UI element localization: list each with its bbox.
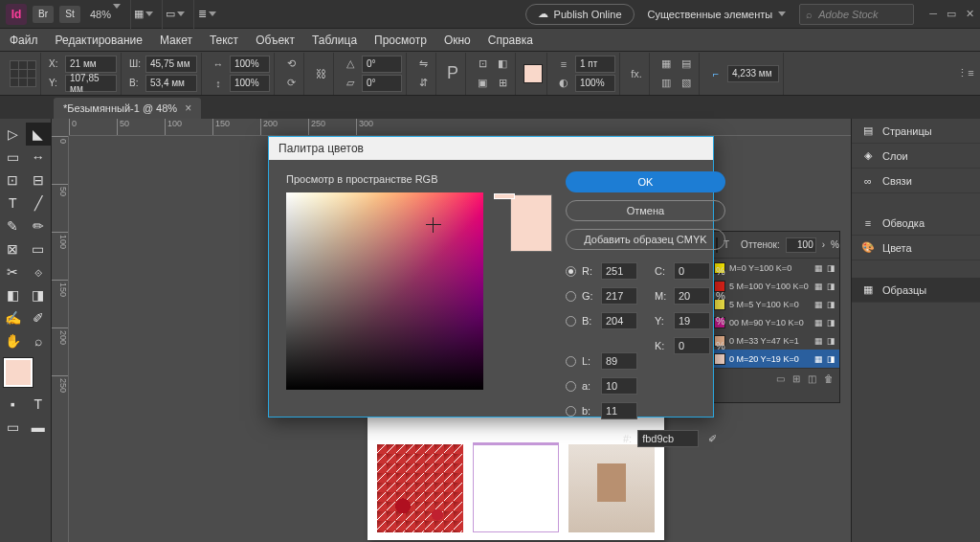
- l-input[interactable]: 89: [601, 352, 637, 370]
- text-wrap-2-icon[interactable]: ▤: [678, 56, 695, 73]
- rotate-cw-icon[interactable]: ⟳: [282, 75, 300, 92]
- ok-button[interactable]: OK: [566, 171, 725, 192]
- color-field[interactable]: [286, 192, 483, 390]
- x-input[interactable]: 21 мм: [65, 56, 117, 73]
- text-wrap-4-icon[interactable]: ▧: [678, 75, 695, 92]
- swatch-row[interactable]: M=0 Y=100 K=0▦◨: [710, 259, 839, 277]
- scissors-tool[interactable]: ✂: [0, 260, 26, 283]
- k-input[interactable]: 0: [674, 337, 710, 354]
- apply-color-icon[interactable]: ▪: [0, 393, 26, 416]
- text-wrap-icon[interactable]: ▦: [657, 56, 675, 73]
- menu-текст[interactable]: Текст: [210, 34, 238, 47]
- stroke-input[interactable]: 1 пт: [575, 56, 615, 73]
- text-wrap-3-icon[interactable]: ▥: [657, 75, 675, 92]
- close-icon[interactable]: ✕: [966, 8, 974, 20]
- corner-input[interactable]: 4,233 мм: [727, 65, 779, 82]
- panel-color[interactable]: 🎨Цвета: [852, 236, 980, 260]
- stock-badge[interactable]: St: [59, 6, 80, 23]
- hex-input[interactable]: fbd9cb: [637, 430, 699, 447]
- content-collector-tool[interactable]: ⊡: [0, 169, 26, 192]
- radio-b2[interactable]: [566, 406, 576, 417]
- g-input[interactable]: 217: [601, 287, 637, 305]
- rect-tool[interactable]: ▭: [26, 237, 52, 260]
- angle-input[interactable]: 0°: [362, 56, 402, 73]
- center-icon[interactable]: ⊞: [494, 75, 511, 92]
- swatch-row[interactable]: 0 M=20 Y=19 K=0▦◨: [710, 350, 839, 368]
- type-tool[interactable]: T: [0, 192, 26, 215]
- swatch-row[interactable]: 0 M=33 Y=47 K=1▦◨: [710, 331, 839, 350]
- panel-layers[interactable]: ◈Слои: [852, 144, 980, 169]
- menu-таблица[interactable]: Таблица: [312, 34, 357, 47]
- pencil-tool[interactable]: ✏: [26, 215, 52, 237]
- panel-pages[interactable]: ▤Страницы: [852, 119, 980, 144]
- minimize-icon[interactable]: ─: [929, 8, 937, 20]
- rotate-ccw-icon[interactable]: ⟲: [282, 56, 300, 73]
- swatch-new-folder-icon[interactable]: ⊞: [792, 373, 800, 384]
- direct-selection-tool[interactable]: ◣: [26, 123, 52, 146]
- fill-swatch[interactable]: [523, 64, 543, 83]
- preview-mode-icon[interactable]: ▬: [26, 416, 52, 439]
- reference-point[interactable]: [10, 60, 36, 87]
- panel-stroke[interactable]: ≡Обводка: [852, 211, 980, 236]
- swatch-row[interactable]: 5 M=5 Y=100 K=0▦◨: [710, 295, 839, 313]
- y-input[interactable]: 19: [674, 312, 710, 329]
- tab-close-icon[interactable]: ×: [185, 102, 191, 115]
- paragraph-icon[interactable]: P: [444, 56, 461, 91]
- view-options-icon[interactable]: ▦: [135, 6, 152, 23]
- panel-links[interactable]: ∞Связи: [852, 169, 980, 193]
- screen-mode-icon[interactable]: ▭: [167, 6, 184, 23]
- swatch-row[interactable]: 5 M=100 Y=100 K=0▦◨: [710, 277, 839, 295]
- eyedropper-tool[interactable]: ✐: [26, 306, 52, 329]
- restore-icon[interactable]: ▭: [947, 8, 956, 20]
- menu-просмотр[interactable]: Просмотр: [374, 34, 427, 47]
- pen-tool[interactable]: ✎: [0, 215, 26, 237]
- content-icon[interactable]: ◧: [494, 56, 511, 73]
- radio-l[interactable]: [566, 356, 576, 367]
- menu-макет[interactable]: Макет: [160, 34, 192, 47]
- width-input[interactable]: 45,75 мм: [145, 56, 197, 73]
- gradient-feather-tool[interactable]: ◨: [26, 283, 52, 306]
- container-icon[interactable]: ⊡: [474, 56, 491, 73]
- b-input[interactable]: 204: [601, 312, 637, 329]
- menu-объект[interactable]: Объект: [256, 34, 295, 47]
- page-tool[interactable]: ▭: [0, 146, 26, 169]
- selection-tool[interactable]: ▷: [0, 123, 26, 146]
- m-input[interactable]: 20: [674, 287, 710, 305]
- swatch-folder-icon[interactable]: ▭: [776, 373, 785, 384]
- zoom-level[interactable]: 48%: [86, 9, 124, 20]
- eyedropper-icon[interactable]: ✐: [704, 431, 720, 446]
- line-tool[interactable]: ╱: [26, 192, 52, 215]
- stock-search-input[interactable]: ⌕ Adobe Stock: [799, 4, 914, 25]
- effects-icon[interactable]: fx.: [628, 65, 645, 82]
- fill-stroke-proxy[interactable]: [4, 358, 33, 387]
- radio-b[interactable]: [566, 316, 576, 327]
- add-swatch-button[interactable]: Добавить образец CMYK: [566, 229, 725, 250]
- y-input[interactable]: 107,85 мм: [65, 75, 117, 92]
- shear-input[interactable]: 0°: [362, 75, 402, 92]
- formatting-text-icon[interactable]: T: [26, 393, 52, 416]
- frame-fit-icon[interactable]: ▣: [474, 75, 491, 92]
- flip-v-icon[interactable]: ⇵: [414, 75, 432, 92]
- hue-thumb[interactable]: [494, 193, 515, 199]
- radio-r[interactable]: [566, 266, 576, 277]
- normal-view-icon[interactable]: ▭: [0, 416, 26, 439]
- hand-tool[interactable]: ✋: [0, 329, 26, 352]
- menu-редактирование[interactable]: Редактирование: [56, 34, 143, 47]
- swatch-delete-icon[interactable]: 🗑: [824, 373, 834, 384]
- radio-g[interactable]: [566, 291, 576, 302]
- note-tool[interactable]: ✍: [0, 306, 26, 329]
- link-icon[interactable]: ⛓: [312, 56, 329, 91]
- r-input[interactable]: 251: [601, 262, 637, 280]
- a-input[interactable]: 10: [601, 377, 637, 395]
- flip-h-icon[interactable]: ⇋: [414, 56, 432, 73]
- free-transform-tool[interactable]: ⟐: [26, 260, 52, 283]
- content-placer-tool[interactable]: ⊟: [26, 169, 52, 192]
- gradient-swatch-tool[interactable]: ◧: [0, 283, 26, 306]
- panel-swatches[interactable]: ▦Образцы: [852, 278, 980, 303]
- corner-icon[interactable]: ⌐: [707, 65, 724, 82]
- c-input[interactable]: 0: [674, 262, 710, 280]
- scale-y-input[interactable]: 100%: [230, 75, 270, 92]
- scale-x-input[interactable]: 100%: [230, 56, 270, 73]
- rect-frame-tool[interactable]: ⊠: [0, 237, 26, 260]
- menu-окно[interactable]: Окно: [444, 34, 471, 47]
